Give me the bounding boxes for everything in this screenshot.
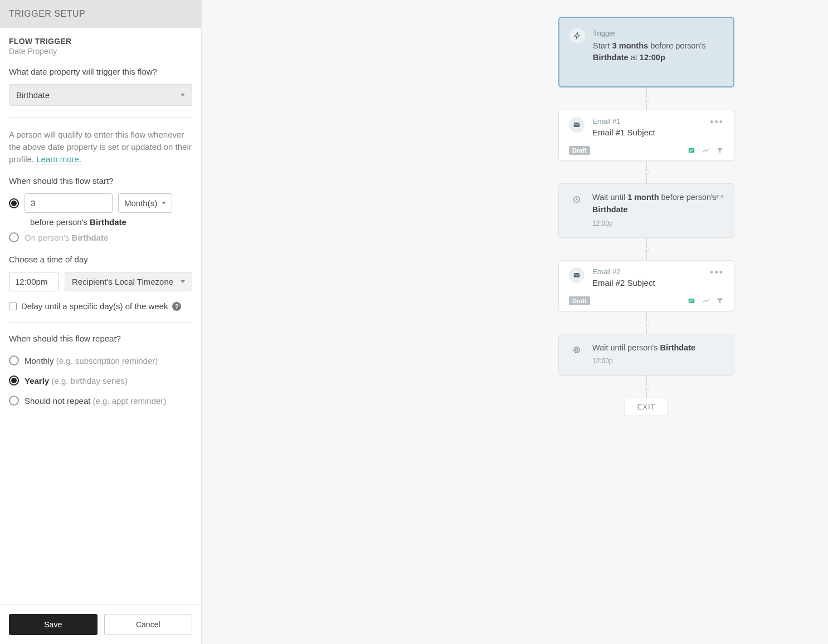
offset-unit-select[interactable]: Month(s): [118, 193, 172, 213]
save-button[interactable]: Save: [9, 614, 98, 635]
wait-card-1[interactable]: Wait until 1 month before person's Birth…: [558, 183, 734, 238]
learn-more-link[interactable]: Learn more.: [36, 154, 81, 164]
radio-on-date[interactable]: [9, 232, 19, 242]
smart-send-icon[interactable]: [687, 147, 696, 154]
repeat-yearly-label: Yearly (e.g. birthday series): [25, 376, 128, 386]
envelope-icon: [569, 267, 585, 283]
time-input[interactable]: [9, 272, 59, 291]
exit-node: EXIT: [625, 398, 669, 416]
svg-point-5: [574, 347, 580, 353]
flow-canvas: Trigger Start 3 months before person's B…: [202, 0, 828, 644]
email-2-name: Email #2: [592, 267, 702, 276]
email-card-2[interactable]: Email #2 Email #2 Subject ••• Draft: [558, 260, 734, 311]
email-2-status: Draft: [569, 296, 590, 305]
cancel-button[interactable]: Cancel: [104, 614, 193, 635]
on-date-label: On person's Birthdate: [25, 233, 108, 242]
smart-send-icon[interactable]: [687, 297, 696, 305]
email-1-name: Email #1: [592, 117, 702, 125]
svg-point-6: [576, 348, 578, 351]
radio-repeat-monthly[interactable]: [9, 355, 19, 365]
before-label: before person's Birthdate: [30, 217, 192, 227]
email-1-subject: Email #1 Subject: [592, 128, 702, 137]
email-1-more-icon[interactable]: •••: [710, 117, 724, 127]
svg-rect-0: [574, 123, 580, 127]
start-question: When should this flow start?: [9, 176, 192, 186]
email-2-subject: Email #2 Subject: [592, 278, 702, 287]
repeat-none-label: Should not repeat (e.g. appt reminder): [25, 396, 166, 406]
delay-day-label: Delay until a specific day(s) of the wee…: [21, 301, 168, 311]
wait-2-time: 12:00p: [592, 356, 724, 366]
wait-1-text: Wait until 1 month before person's Birth…: [592, 192, 724, 216]
email-card-1[interactable]: Email #1 Email #1 Subject ••• Draft: [558, 110, 734, 161]
panel-title: TRIGGER SETUP: [0, 0, 201, 28]
timezone-select[interactable]: Recipient's Local Timezone: [65, 272, 192, 291]
svg-rect-3: [574, 272, 580, 277]
repeat-monthly-label: Monthly (e.g. subscription reminder): [25, 356, 158, 365]
lightning-icon: [569, 28, 585, 43]
date-property-value: Birthdate: [16, 90, 50, 100]
email-2-more-icon[interactable]: •••: [710, 267, 724, 277]
delay-day-checkbox[interactable]: [9, 303, 17, 310]
wait-1-more-icon[interactable]: •••: [711, 192, 725, 202]
property-question: What date property will trigger this flo…: [9, 67, 192, 76]
radio-before-date[interactable]: [9, 198, 19, 208]
section-label: FLOW TRIGGER: [9, 37, 192, 46]
radio-repeat-none[interactable]: [9, 396, 19, 406]
chevron-down-icon: [162, 202, 166, 204]
filter-icon[interactable]: [716, 297, 724, 305]
time-question: Choose a time of day: [9, 255, 192, 264]
section-subtitle: Date Property: [9, 47, 192, 56]
filter-icon[interactable]: [716, 147, 724, 154]
offset-number-input[interactable]: [25, 193, 113, 213]
envelope-icon: [569, 117, 585, 133]
chevron-down-icon: [181, 280, 185, 283]
wait-card-2[interactable]: Wait until person's Birthdate 12:00p: [558, 334, 734, 376]
date-property-select[interactable]: Birthdate: [9, 84, 192, 106]
activity-icon[interactable]: [702, 147, 710, 154]
chevron-down-icon: [181, 94, 185, 96]
wait-2-text: Wait until person's Birthdate: [592, 342, 724, 354]
trigger-description: Start 3 months before person's Birthdate…: [593, 40, 723, 65]
trigger-card[interactable]: Trigger Start 3 months before person's B…: [558, 17, 734, 87]
target-icon: [569, 342, 585, 358]
help-icon[interactable]: ?: [172, 302, 181, 311]
activity-icon[interactable]: [702, 297, 710, 305]
radio-repeat-yearly[interactable]: [9, 375, 19, 386]
helper-text: A person will qualify to enter this flow…: [9, 129, 192, 165]
trigger-title: Trigger: [593, 28, 723, 39]
wait-1-time: 12:00p: [592, 218, 724, 228]
clock-icon: [569, 192, 585, 207]
repeat-question: When should this flow repeat?: [9, 334, 192, 343]
email-1-status: Draft: [569, 146, 590, 155]
